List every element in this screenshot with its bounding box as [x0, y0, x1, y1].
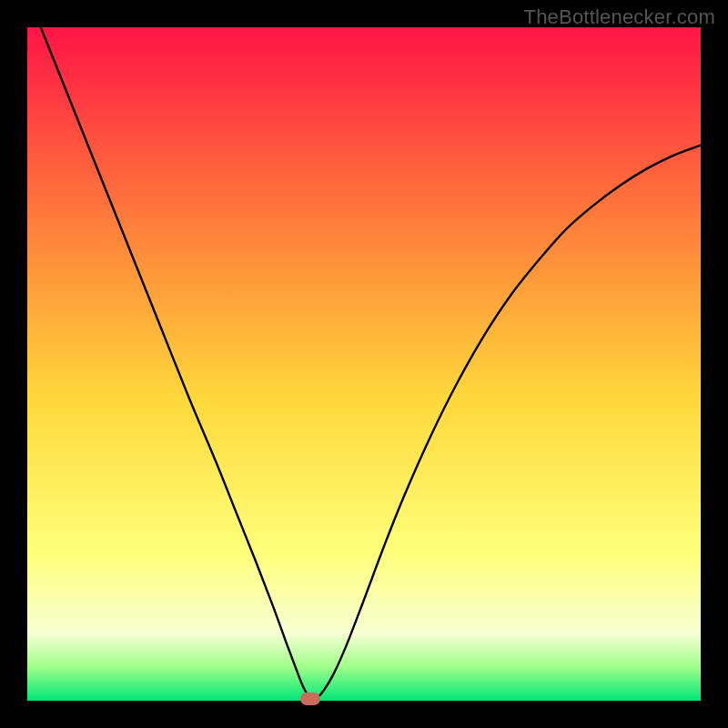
- bottleneck-curve: [27, 27, 701, 701]
- watermark-text: TheBottlenecker.com: [524, 5, 715, 29]
- chart-frame: [27, 27, 701, 701]
- minimum-marker: [300, 693, 320, 705]
